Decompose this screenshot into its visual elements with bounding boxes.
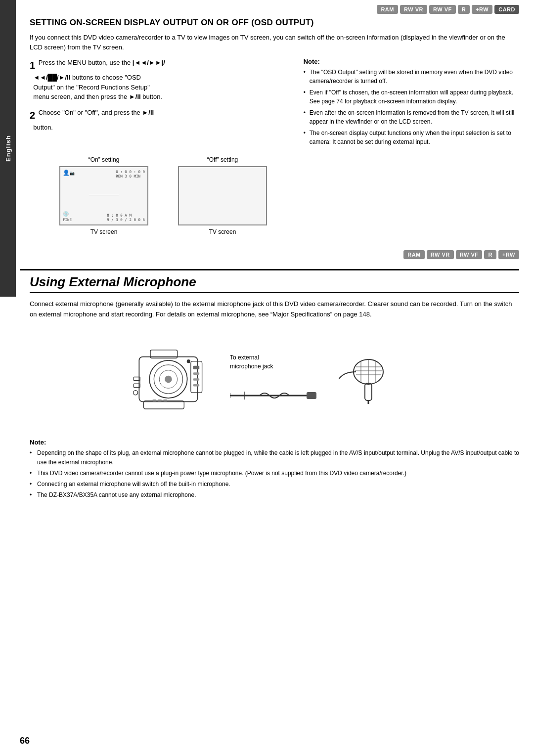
svg-rect-17: [153, 400, 156, 402]
mic-label: To external microphone jack: [230, 353, 273, 371]
badge2-rwvr: RW VR: [427, 250, 454, 259]
svg-rect-9: [193, 378, 199, 381]
mic-illustration: To external microphone jack: [30, 330, 519, 429]
illustrations: “On” setting 👤📷 0 : 0 0 : 0 0REM 3 0 MIN…: [59, 156, 519, 235]
section1-title: SETTING ON-SCREEN DISPLAY OUTPUT ON OR O…: [30, 18, 519, 28]
bottom-note-item-4: The DZ-BX37A/BX35A cannot use any extern…: [30, 490, 519, 500]
svg-rect-10: [193, 384, 199, 387]
badge2-r: R: [484, 250, 496, 259]
badge-card: CARD: [494, 5, 519, 14]
note-column: Note: The "OSD Output" setting will be s…: [304, 58, 519, 149]
mic-label-connector: To external microphone jack: [230, 353, 329, 405]
note1-item-1: The "OSD Output" setting will be stored …: [304, 68, 519, 86]
tv-info-bottom: 💿FINE 8 : 0 0 A M9 / 3 0 / 2 0 0 6: [63, 211, 145, 222]
badge2-rwvf: RW VF: [456, 250, 483, 259]
svg-rect-18: [158, 400, 162, 402]
badge-ram: RAM: [377, 5, 398, 14]
badge-plusrw: +RW: [472, 5, 492, 14]
off-caption-bottom: TV screen: [209, 228, 236, 235]
section2: Using External Microphone Connect extern…: [20, 274, 534, 517]
bottom-note-title: Note:: [30, 439, 519, 446]
page-number: 66: [20, 736, 30, 746]
bottom-note-item-1: Depending on the shape of its plug, an e…: [30, 448, 519, 467]
tv-screen-on: 👤📷 0 : 0 0 : 0 0REM 3 0 MIN 💿FINE 8 : 0 …: [59, 166, 148, 225]
step2-number: 2: [30, 110, 35, 121]
note1-title: Note:: [304, 58, 519, 65]
tv-icon-disc: 💿FINE: [63, 211, 72, 222]
section1: RAM RW VR RW VF R +RW CARD SETTING ON-SC…: [20, 0, 534, 250]
svg-point-14: [134, 390, 138, 395]
svg-rect-31: [365, 383, 372, 400]
svg-rect-7: [193, 365, 199, 369]
section2-title: Using External Microphone: [30, 274, 519, 293]
illustration-on: “On” setting 👤📷 0 : 0 0 : 0 0REM 3 0 MIN…: [59, 156, 148, 235]
tv-icon-person: 👤📷: [63, 170, 75, 176]
off-caption-top: “Off” setting: [207, 156, 238, 163]
page-container: English RAM RW VR RW VF R +RW CARD SETTI…: [0, 0, 534, 756]
svg-point-16: [187, 359, 190, 363]
on-caption-top: “On” setting: [89, 156, 120, 163]
badge2-ram: RAM: [403, 250, 425, 259]
bottom-note-list: Depending on the shape of its plug, an e…: [30, 448, 519, 500]
sidebar-label: English: [4, 135, 12, 162]
svg-rect-8: [193, 372, 199, 375]
microphone-svg: [339, 355, 428, 404]
camera-svg: [121, 330, 220, 429]
step1-number: 1: [30, 60, 35, 71]
badge2-plusrw: +RW: [498, 250, 519, 259]
tv-time: 8 : 0 0 A M9 / 3 0 / 2 0 0 6: [107, 213, 145, 222]
tv-info-top: 👤📷 0 : 0 0 : 0 0REM 3 0 MIN: [63, 170, 145, 178]
sidebar: English: [0, 0, 16, 297]
svg-point-4: [165, 375, 172, 383]
svg-rect-19: [163, 400, 167, 402]
mic-label-line1: To external: [230, 354, 259, 361]
bottom-note-item-3: Connecting an external microphone will s…: [30, 480, 519, 489]
step1: 1 Press the MENU button, use the |◄◄/►►|…: [30, 58, 289, 102]
illustration-off: “Off” setting TV screen: [178, 156, 267, 235]
tv-counter: 0 : 0 0 : 0 0REM 3 0 MIN: [116, 170, 145, 178]
step2-text: Choose "On" or "Off", and press the ►/II…: [30, 109, 154, 131]
badge-row-2-container: RAM RW VR RW VF R +RW: [20, 250, 534, 259]
note1-item-3: Even after the on-screen information is …: [304, 108, 519, 126]
section1-two-col: 1 Press the MENU button, use the |◄◄/►►|…: [30, 58, 519, 149]
section1-intro: If you connect this DVD video camera/rec…: [30, 33, 519, 52]
on-caption-bottom: TV screen: [90, 228, 118, 235]
note1-list: The "OSD Output" setting will be stored …: [304, 68, 519, 146]
tv-bottom-row: 💿FINE 8 : 0 0 A M9 / 3 0 / 2 0 0 6: [63, 211, 145, 222]
tv-screen-off: [178, 166, 267, 225]
note1-item-2: Even if "Off" is chosen, the on-screen i…: [304, 88, 519, 106]
section-divider: [20, 269, 519, 270]
steps-column: 1 Press the MENU button, use the |◄◄/►►|…: [30, 58, 289, 149]
note1-item-4: The on-screen display output functions o…: [304, 129, 519, 146]
step2: 2 Choose "On" or "Off", and press the ►/…: [30, 108, 289, 133]
tv-line: [63, 195, 145, 195]
badge-row-1: RAM RW VR RW VF R +RW CARD: [30, 5, 519, 14]
cable-svg: [230, 386, 329, 405]
svg-rect-23: [307, 392, 316, 399]
badge-rwvr: RW VR: [400, 5, 427, 14]
section2-body: Connect external microphone (generally a…: [30, 299, 519, 320]
bottom-note-item-2: This DVD video camera/recorder cannot us…: [30, 469, 519, 478]
badge-row-2: RAM RW VR RW VF R +RW: [30, 250, 519, 259]
badge-rwvf: RW VF: [429, 5, 456, 14]
mic-label-line2: microphone jack: [230, 363, 273, 370]
bottom-note: Note: Depending on the shape of its plug…: [30, 439, 519, 500]
badge-r: R: [458, 5, 470, 14]
step1-text: Press the MENU button, use the |◄◄/►►|/ …: [30, 59, 165, 100]
